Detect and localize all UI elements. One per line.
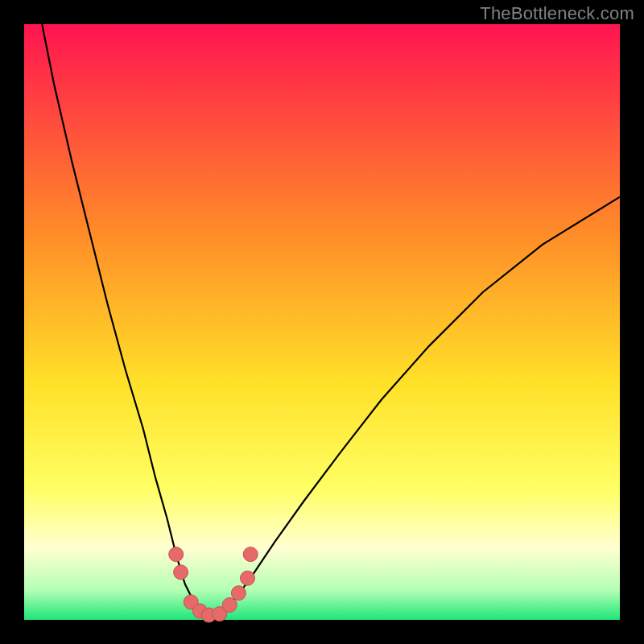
data-marker: [174, 565, 188, 580]
data-marker: [241, 571, 255, 585]
data-marker: [243, 547, 258, 562]
plot-background: [24, 24, 620, 620]
bottleneck-chart: [0, 0, 644, 644]
watermark-text: TheBottleneck.com: [480, 3, 634, 24]
data-marker: [231, 586, 246, 601]
data-marker: [169, 547, 184, 562]
chart-container: TheBottleneck.com: [0, 0, 644, 644]
data-marker: [222, 598, 237, 613]
